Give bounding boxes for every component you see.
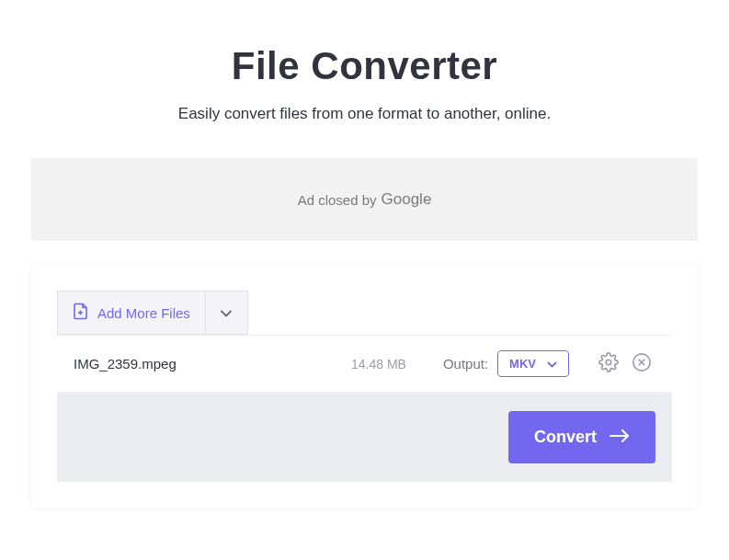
- svg-point-2: [606, 360, 611, 365]
- ad-banner: Ad closed by Google: [31, 158, 698, 241]
- add-files-group: Add More Files: [57, 291, 248, 335]
- page-title: File Converter: [0, 44, 729, 88]
- chevron-down-icon: [220, 306, 233, 320]
- remove-file-button[interactable]: [628, 349, 655, 379]
- settings-button[interactable]: [595, 349, 622, 379]
- add-more-files-label: Add More Files: [97, 305, 190, 321]
- file-add-icon: [73, 303, 88, 323]
- file-size: 14.48 MB: [351, 357, 406, 371]
- action-bar: Convert: [57, 393, 672, 482]
- output-label: Output:: [443, 356, 488, 371]
- arrow-right-icon: [609, 428, 630, 447]
- add-more-files-button[interactable]: Add More Files: [58, 291, 205, 334]
- ad-closed-text: Ad closed by Google: [298, 190, 432, 209]
- file-row: IMG_2359.mpeg 14.48 MB Output: MKV: [57, 335, 672, 393]
- output-format-select[interactable]: MKV: [497, 350, 569, 377]
- add-more-files-dropdown[interactable]: [205, 291, 247, 334]
- ad-closed-label: Ad closed by: [298, 192, 377, 208]
- file-name: IMG_2359.mpeg: [74, 356, 351, 371]
- output-format-value: MKV: [509, 357, 536, 371]
- gear-icon: [598, 352, 619, 375]
- convert-button-label: Convert: [534, 428, 597, 447]
- converter-card: Add More Files IMG_2359.mpeg 14.48 MB Ou…: [31, 265, 698, 508]
- page-subtitle: Easily convert files from one format to …: [0, 105, 729, 123]
- google-logo: Google: [382, 190, 432, 209]
- convert-button[interactable]: Convert: [508, 411, 655, 463]
- chevron-down-icon: [547, 357, 557, 371]
- close-icon: [632, 352, 652, 375]
